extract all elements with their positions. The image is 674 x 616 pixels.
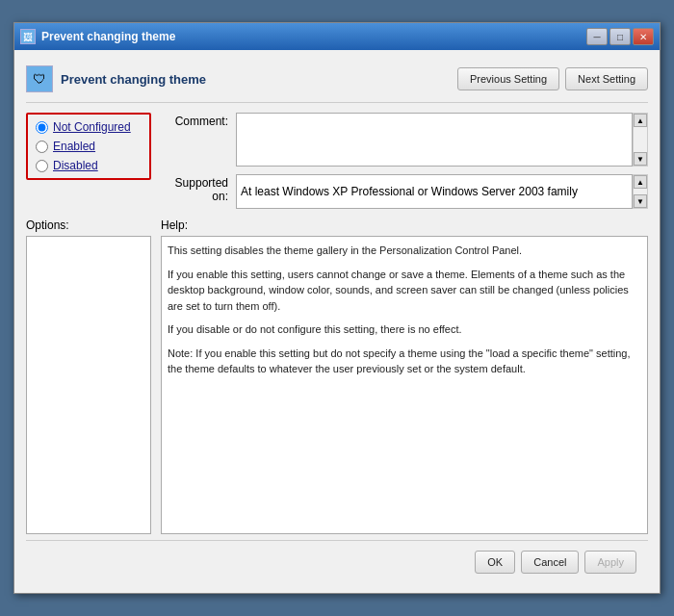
comment-area-wrapper: ▲ ▼: [236, 113, 648, 167]
titlebar-left: 🖼 Prevent changing theme: [20, 29, 175, 44]
left-panel: Not Configured Enabled Disabled: [26, 113, 151, 209]
close-button[interactable]: ✕: [633, 28, 654, 45]
policy-title: Prevent changing theme: [61, 72, 206, 87]
scroll-down-arrow[interactable]: ▼: [634, 152, 647, 166]
window-icon: 🖼: [20, 29, 36, 44]
options-section: Options:: [26, 218, 151, 534]
help-paragraph-1: This setting disables the theme gallery …: [168, 243, 641, 259]
supported-scroll-down[interactable]: ▼: [634, 194, 647, 208]
disabled-label: Disabled: [53, 159, 98, 172]
not-configured-label: Not Configured: [53, 120, 131, 134]
options-help-row: Options: Help: This setting disables the…: [26, 218, 648, 534]
enabled-radio[interactable]: [36, 141, 48, 153]
supported-scroll-up[interactable]: ▲: [634, 175, 647, 189]
options-label: Options:: [26, 218, 151, 232]
ok-button[interactable]: OK: [475, 551, 515, 574]
supported-value: At least Windows XP Professional or Wind…: [236, 174, 633, 209]
help-paragraph-2: If you enable this setting, users cannot…: [168, 267, 641, 315]
apply-button[interactable]: Apply: [584, 551, 636, 574]
not-configured-radio[interactable]: [36, 121, 48, 134]
header-buttons: Previous Setting Next Setting: [457, 67, 648, 90]
help-paragraph-4: Note: If you enable this setting but do …: [168, 346, 641, 377]
comment-label: Comment:: [161, 113, 228, 167]
comment-scrollbar: ▲ ▼: [633, 113, 648, 167]
header-row: 🛡 Prevent changing theme Previous Settin…: [26, 60, 648, 103]
comment-row: Comment: ▲ ▼: [161, 113, 648, 167]
comment-textarea[interactable]: [236, 113, 633, 167]
supported-label: Supported on:: [161, 174, 228, 203]
main-window: 🖼 Prevent changing theme ─ □ ✕ 🛡 Prevent…: [13, 22, 661, 594]
cancel-button[interactable]: Cancel: [521, 551, 579, 574]
header-left: 🛡 Prevent changing theme: [26, 65, 206, 92]
supported-row: Supported on: At least Windows XP Profes…: [161, 174, 648, 209]
disabled-radio[interactable]: [36, 160, 48, 172]
titlebar-controls: ─ □ ✕: [586, 28, 654, 45]
help-paragraph-3: If you disable or do not configure this …: [168, 321, 641, 338]
footer: OK Cancel Apply: [26, 540, 648, 583]
right-panel: Comment: ▲ ▼ Supported on: At least: [161, 113, 648, 209]
not-configured-radio-item[interactable]: Not Configured: [36, 120, 142, 134]
main-body: Not Configured Enabled Disabled Comm: [26, 113, 648, 209]
options-box: [26, 236, 151, 534]
help-label: Help:: [161, 218, 648, 232]
help-section: Help: This setting disables the theme ga…: [161, 218, 648, 534]
minimize-button[interactable]: ─: [586, 28, 608, 45]
radio-group: Not Configured Enabled Disabled: [26, 113, 151, 180]
scroll-up-arrow[interactable]: ▲: [634, 114, 647, 127]
supported-scrollbar: ▲ ▼: [633, 174, 648, 209]
maximize-button[interactable]: □: [609, 28, 631, 45]
enabled-radio-item[interactable]: Enabled: [36, 140, 142, 153]
help-box: This setting disables the theme gallery …: [161, 236, 648, 534]
titlebar-title: Prevent changing theme: [41, 30, 175, 43]
enabled-label: Enabled: [53, 140, 95, 153]
previous-setting-button[interactable]: Previous Setting: [457, 67, 559, 90]
disabled-radio-item[interactable]: Disabled: [36, 159, 142, 172]
next-setting-button[interactable]: Next Setting: [565, 67, 648, 90]
titlebar: 🖼 Prevent changing theme ─ □ ✕: [14, 23, 660, 50]
policy-icon: 🛡: [26, 65, 53, 92]
content-area: 🛡 Prevent changing theme Previous Settin…: [14, 50, 660, 593]
